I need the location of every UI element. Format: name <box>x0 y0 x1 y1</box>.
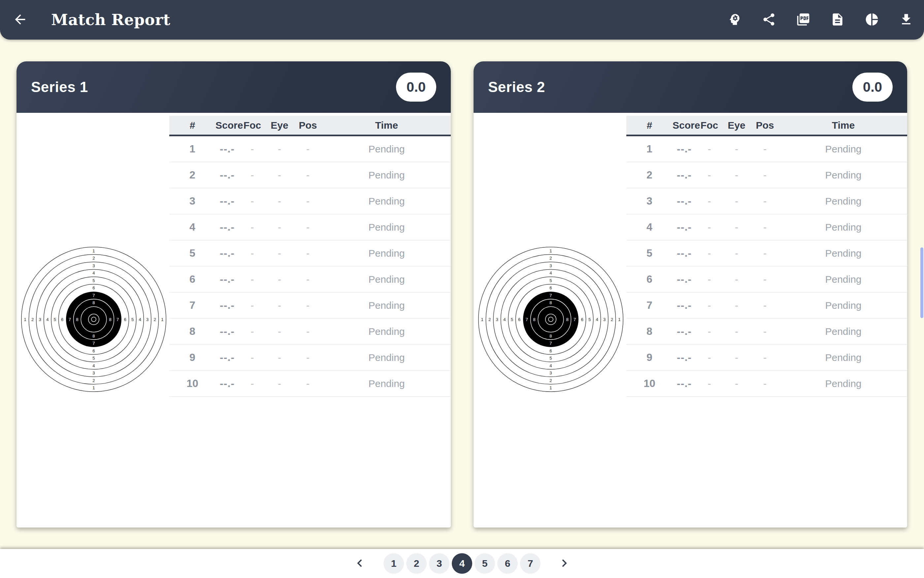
shot-pos: - <box>293 170 322 181</box>
shot-score: --.- <box>216 325 239 338</box>
shot-time: Pending <box>322 170 451 181</box>
shot-foc: - <box>239 274 266 285</box>
shot-foc: - <box>696 300 723 311</box>
shot-number: 4 <box>626 221 672 233</box>
chevron-left-icon <box>352 555 367 572</box>
shot-score: --.- <box>672 351 696 364</box>
page-buttons: 1234567 <box>383 553 541 574</box>
pdf-button[interactable] <box>795 12 811 28</box>
svg-text:4: 4 <box>139 317 141 322</box>
page-button-7[interactable]: 7 <box>520 553 541 574</box>
svg-text:3: 3 <box>496 317 498 322</box>
shot-time: Pending <box>779 352 907 363</box>
col-score: Score <box>216 120 239 131</box>
svg-text:5: 5 <box>549 278 552 283</box>
page-button-3[interactable]: 3 <box>429 553 450 574</box>
page-button-4[interactable]: 4 <box>452 553 472 574</box>
svg-text:7: 7 <box>549 293 552 298</box>
shot-number: 4 <box>169 221 216 233</box>
shot-pos: - <box>750 170 779 181</box>
svg-text:5: 5 <box>588 317 591 322</box>
download-button[interactable] <box>898 12 914 28</box>
shot-pos: - <box>750 222 779 233</box>
table-row: 2--.----Pending <box>169 162 451 188</box>
shot-score: --.- <box>672 273 696 286</box>
shot-pos: - <box>293 352 322 363</box>
series-2-header: Series 2 0.0 <box>474 62 907 113</box>
shot-time: Pending <box>322 222 451 233</box>
svg-text:1: 1 <box>93 248 95 253</box>
table-row: 1--.----Pending <box>626 136 907 162</box>
shot-eye: - <box>266 222 293 233</box>
shot-foc: - <box>239 170 266 181</box>
shot-time: Pending <box>322 378 451 389</box>
shot-time: Pending <box>779 143 907 155</box>
shot-pos: - <box>750 248 779 259</box>
svg-text:8: 8 <box>93 334 95 338</box>
shots-table: # Score Foc Eye Pos Time 1--.----Pending… <box>626 113 907 397</box>
svg-text:5: 5 <box>93 356 95 360</box>
pdf-icon <box>796 12 810 28</box>
next-page-button[interactable] <box>554 554 574 573</box>
page-button-2[interactable]: 2 <box>406 553 427 574</box>
shot-time: Pending <box>322 274 451 285</box>
shot-pos: - <box>750 196 779 207</box>
svg-text:6: 6 <box>549 348 552 353</box>
shot-foc: - <box>239 248 266 259</box>
col-eye: Eye <box>723 120 750 131</box>
shot-foc: - <box>239 352 266 363</box>
app-bar: Match Report <box>0 0 924 40</box>
shot-time: Pending <box>779 326 907 337</box>
shot-number: 6 <box>626 273 672 286</box>
document-icon <box>830 12 845 28</box>
document-button[interactable] <box>830 12 846 28</box>
series-2-body: 11112222333344445555666677778888 # Score… <box>474 113 907 528</box>
col-foc: Foc <box>696 120 723 131</box>
back-button[interactable] <box>12 12 28 28</box>
scrollbar-thumb[interactable] <box>921 247 923 318</box>
svg-text:2: 2 <box>549 256 552 261</box>
shot-foc: - <box>239 196 266 207</box>
svg-text:2: 2 <box>549 378 552 383</box>
shot-number: 3 <box>169 195 216 207</box>
table-row: 5--.----Pending <box>626 240 907 266</box>
page-button-1[interactable]: 1 <box>383 553 404 574</box>
table-header: # Score Foc Eye Pos Time <box>626 116 907 136</box>
table-row: 10--.----Pending <box>169 371 451 397</box>
svg-text:2: 2 <box>154 317 156 322</box>
share-button[interactable] <box>761 12 777 28</box>
svg-text:4: 4 <box>93 363 95 368</box>
shot-number: 2 <box>169 169 216 181</box>
prev-page-button[interactable] <box>350 554 370 573</box>
table-row: 3--.----Pending <box>169 188 451 214</box>
svg-text:3: 3 <box>93 263 95 268</box>
shot-pos: - <box>293 196 322 207</box>
shot-pos: - <box>293 274 322 285</box>
page-button-6[interactable]: 6 <box>497 553 518 574</box>
col-pos: Pos <box>293 120 322 131</box>
shot-foc: - <box>239 378 266 389</box>
shot-score: --.- <box>216 273 239 286</box>
table-row: 5--.----Pending <box>169 240 451 266</box>
page-button-5[interactable]: 5 <box>474 553 495 574</box>
shot-foc: - <box>696 222 723 233</box>
svg-text:6: 6 <box>124 317 127 322</box>
svg-text:7: 7 <box>526 317 528 322</box>
shot-number: 7 <box>626 299 672 312</box>
pie-chart-icon <box>865 12 879 28</box>
shot-score: --.- <box>672 221 696 233</box>
shot-score: --.- <box>216 195 239 207</box>
table-row: 9--.----Pending <box>626 345 907 371</box>
table-row: 8--.----Pending <box>169 319 451 345</box>
col-time: Time <box>322 120 451 131</box>
psychology-button[interactable] <box>727 12 742 28</box>
pie-chart-button[interactable] <box>864 12 880 28</box>
col-foc: Foc <box>239 120 266 131</box>
shot-time: Pending <box>779 222 907 233</box>
shot-foc: - <box>696 274 723 285</box>
shot-number: 10 <box>626 377 672 390</box>
table-row: 6--.----Pending <box>169 266 451 292</box>
shot-pos: - <box>750 274 779 285</box>
svg-text:3: 3 <box>603 317 606 322</box>
svg-text:3: 3 <box>549 263 552 268</box>
